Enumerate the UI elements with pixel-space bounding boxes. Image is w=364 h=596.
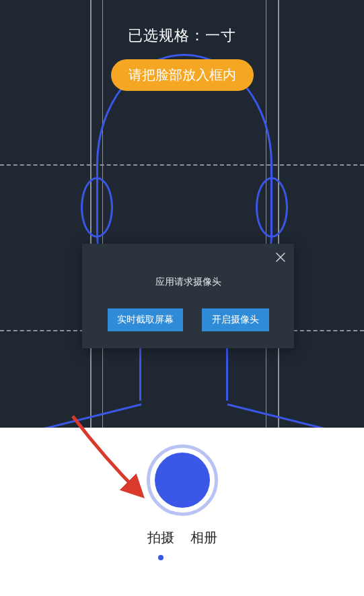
- guide-vertical-right-inner: [266, 0, 266, 428]
- tab-shoot[interactable]: 拍摄: [147, 529, 174, 556]
- open-camera-button[interactable]: 开启摄像头: [202, 308, 269, 331]
- close-icon[interactable]: [271, 248, 290, 267]
- guide-vertical-right-outer: [278, 0, 279, 428]
- guide-vertical-left-inner: [102, 0, 103, 428]
- guide-horizontal-upper: [0, 164, 364, 166]
- face-hint-pill: 请把脸部放入框内: [111, 59, 254, 91]
- tab-album[interactable]: 相册: [190, 529, 217, 556]
- modal-actions: 实时截取屏幕 开启摄像头: [82, 308, 294, 331]
- mode-tabs: 拍摄 相册: [0, 529, 364, 556]
- shutter-button[interactable]: [147, 444, 218, 516]
- bottom-bar: 拍摄 相册: [0, 428, 364, 596]
- guide-vertical-left-outer: [90, 0, 92, 428]
- face-outline-shoulder-left: [0, 403, 141, 428]
- shutter-button-inner: [155, 453, 210, 508]
- selected-spec-label: 已选规格：一寸: [0, 26, 364, 46]
- camera-permission-modal: 应用请求摄像头 实时截取屏幕 开启摄像头: [82, 244, 294, 348]
- capture-screen-button[interactable]: 实时截取屏幕: [108, 308, 183, 331]
- face-outline-ear-left: [81, 177, 113, 238]
- face-outline-ear-right: [256, 177, 288, 238]
- modal-title: 应用请求摄像头: [82, 276, 294, 288]
- face-outline-shoulder-right: [227, 403, 364, 428]
- camera-viewport: 已选规格：一寸 请把脸部放入框内 应用请求摄像头 实时截取屏幕 开启摄像头: [0, 0, 364, 428]
